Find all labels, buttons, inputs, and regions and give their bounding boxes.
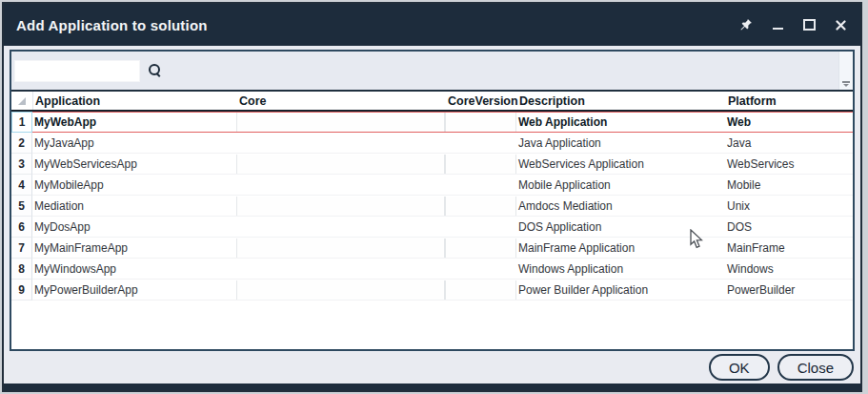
cell-platform[interactable]: DOS [725, 218, 853, 237]
screen: Add Application to solution [0, 0, 868, 394]
cell-description[interactable]: Amdocs Mediation [516, 197, 725, 216]
row-cells: MyWindowsApp Windows Application Windows [32, 259, 853, 280]
table-row[interactable]: 2 MyJavaApp Java Application Java [11, 133, 853, 154]
filter-collapse-handle[interactable] [838, 52, 853, 90]
cell-core[interactable] [236, 218, 445, 237]
minimize-glyph [773, 28, 783, 30]
close-glyph [836, 20, 846, 31]
row-number[interactable]: 8 [11, 259, 32, 280]
row-number[interactable]: 9 [11, 280, 32, 301]
cell-description[interactable]: Web Application [516, 113, 725, 132]
cell-platform[interactable]: Mobile [725, 176, 853, 195]
cell-coreversion[interactable] [445, 113, 516, 132]
cell-platform[interactable]: WebServices [725, 155, 853, 174]
cell-application[interactable]: MyWebServicesApp [32, 155, 236, 174]
cell-application[interactable]: MyJavaApp [32, 134, 236, 153]
cell-description[interactable]: MainFrame Application [516, 238, 725, 258]
cell-description[interactable]: WebServices Application [516, 155, 725, 174]
table-row[interactable]: 8 MyWindowsApp Windows Application Windo… [11, 259, 853, 280]
search-icon[interactable] [148, 63, 163, 78]
cell-core[interactable] [236, 259, 445, 279]
cell-description[interactable]: Windows Application [516, 259, 725, 279]
column-header-coreversion[interactable]: CoreVersion [446, 92, 517, 110]
minimize-icon[interactable] [771, 18, 784, 31]
table-row[interactable]: 6 MyDosApp DOS Application DOS [11, 217, 853, 238]
cell-coreversion[interactable] [445, 197, 516, 216]
row-cells: MyPowerBuilderApp Power Builder Applicat… [32, 280, 853, 301]
cell-core[interactable] [236, 155, 445, 174]
row-cells: MyDosApp DOS Application DOS [32, 217, 853, 238]
cell-application[interactable]: MyMainFrameApp [32, 238, 236, 258]
table-row[interactable]: 3 MyWebServicesApp WebServices Applicati… [11, 154, 853, 175]
row-cells: Mediation Amdocs Mediation Unix [32, 196, 853, 217]
row-number[interactable]: 6 [11, 217, 32, 238]
cell-application[interactable]: MyWebApp [32, 113, 236, 132]
column-header-description[interactable]: Description [517, 92, 726, 110]
cell-platform[interactable]: Windows [725, 259, 853, 279]
row-cells: MyWebApp Web Application Web [32, 112, 853, 133]
cell-core[interactable] [236, 134, 445, 153]
ok-button[interactable]: OK [709, 354, 770, 381]
title-bar: Add Application to solution [4, 4, 860, 46]
table-row[interactable]: 7 MyMainFrameApp MainFrame Application M… [11, 238, 853, 259]
cell-application[interactable]: Mediation [32, 197, 236, 216]
grid-empty-area [11, 301, 853, 349]
row-cells: MyWebServicesApp WebServices Application… [32, 154, 853, 175]
row-cells: MyJavaApp Java Application Java [32, 133, 853, 154]
cell-description[interactable]: Java Application [516, 134, 725, 153]
close-icon[interactable] [834, 18, 847, 31]
cell-coreversion[interactable] [445, 259, 516, 279]
cell-description[interactable]: Power Builder Application [516, 280, 725, 300]
applications-grid: Application Core CoreVersion Description… [11, 92, 853, 349]
cell-core[interactable] [236, 238, 445, 258]
cell-coreversion[interactable] [445, 134, 516, 153]
column-header-platform[interactable]: Platform [726, 92, 853, 110]
column-header-core[interactable]: Core [237, 92, 446, 110]
cell-description[interactable]: Mobile Application [516, 176, 725, 195]
cell-platform[interactable]: Web [725, 113, 853, 132]
cell-coreversion[interactable] [445, 176, 516, 195]
table-row[interactable]: 4 MyMobileApp Mobile Application Mobile [11, 175, 853, 196]
window-controls [739, 18, 847, 31]
dialog-window: Add Application to solution [2, 2, 862, 392]
cell-platform[interactable]: MainFrame [725, 238, 853, 258]
table-row[interactable]: 1 MyWebApp Web Application Web [11, 112, 853, 133]
row-number[interactable]: 3 [11, 154, 32, 175]
select-all-corner[interactable] [11, 92, 33, 110]
row-number[interactable]: 4 [11, 175, 32, 196]
cell-coreversion[interactable] [445, 155, 516, 174]
magnifier-handle [156, 73, 161, 77]
cell-application[interactable]: MyWindowsApp [32, 259, 236, 279]
grid-frame: Application Core CoreVersion Description… [10, 50, 855, 351]
search-input[interactable] [14, 60, 140, 82]
maximize-icon[interactable] [802, 18, 816, 31]
row-number[interactable]: 7 [11, 238, 32, 259]
row-number[interactable]: 5 [11, 196, 32, 217]
row-number[interactable]: 2 [11, 133, 32, 154]
cell-platform[interactable]: PowerBuilder [725, 280, 853, 300]
table-row[interactable]: 9 MyPowerBuilderApp Power Builder Applic… [11, 280, 853, 301]
cell-core[interactable] [236, 113, 445, 132]
cell-core[interactable] [236, 197, 445, 216]
cell-description[interactable]: DOS Application [516, 218, 725, 237]
row-number[interactable]: 1 [11, 112, 32, 133]
column-header-application[interactable]: Application [33, 92, 237, 110]
cell-application[interactable]: MyDosApp [32, 218, 236, 237]
row-cells: MyMainFrameApp MainFrame Application Mai… [32, 238, 853, 259]
cell-platform[interactable]: Unix [725, 197, 853, 216]
pin-icon[interactable] [739, 18, 753, 31]
collapse-handle-bar [842, 81, 850, 83]
close-button[interactable]: Close [777, 354, 854, 381]
cell-application[interactable]: MyPowerBuilderApp [32, 280, 236, 300]
cell-core[interactable] [236, 176, 445, 195]
grid-header-row: Application Core CoreVersion Description… [11, 92, 853, 112]
cell-core[interactable] [236, 280, 445, 300]
table-row[interactable]: 5 Mediation Amdocs Mediation Unix [11, 196, 853, 217]
cell-coreversion[interactable] [445, 218, 516, 237]
cell-coreversion[interactable] [445, 238, 516, 258]
cell-application[interactable]: MyMobileApp [32, 176, 236, 195]
maximize-glyph [803, 19, 816, 31]
cell-platform[interactable]: Java [725, 134, 853, 153]
cell-coreversion[interactable] [445, 280, 516, 300]
bottom-accent-strip [4, 384, 860, 390]
